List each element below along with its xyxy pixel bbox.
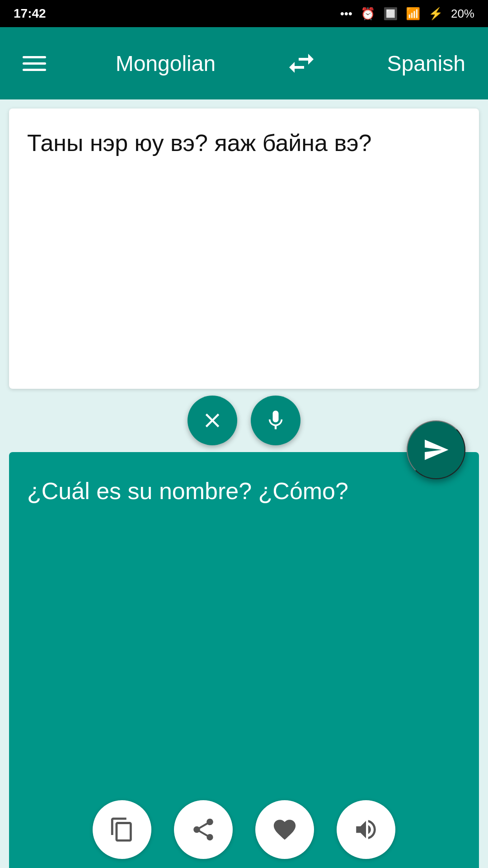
status-time: 17:42 xyxy=(14,6,46,21)
menu-button[interactable] xyxy=(23,56,46,71)
hamburger-line xyxy=(23,69,46,71)
microphone-button[interactable] xyxy=(251,396,300,445)
hamburger-line xyxy=(23,56,46,58)
favorite-button[interactable] xyxy=(255,800,314,859)
dots-icon: ••• xyxy=(340,7,352,21)
middle-actions-row xyxy=(9,389,479,452)
source-text-content[interactable]: Таны нэр юу вэ? яаж байна вэ? xyxy=(27,127,461,160)
translate-send-button[interactable] xyxy=(407,420,465,479)
alarm-icon: ⏰ xyxy=(361,7,375,21)
charge-icon: ⚡ xyxy=(428,7,443,21)
target-translation-panel: ¿Cuál es su nombre? ¿Cómo? xyxy=(9,452,479,868)
sim-icon: 🔲 xyxy=(383,7,398,21)
input-action-buttons xyxy=(188,396,300,445)
clear-button[interactable] xyxy=(188,396,237,445)
battery-level: 20% xyxy=(451,7,474,21)
share-button[interactable] xyxy=(174,800,233,859)
target-text-content: ¿Cuál es su nombre? ¿Cómo? xyxy=(27,475,461,508)
hamburger-line xyxy=(23,62,46,65)
swap-languages-button[interactable] xyxy=(285,47,318,80)
status-bar: 17:42 ••• ⏰ 🔲 📶 ⚡ 20% xyxy=(0,0,488,27)
target-language-label[interactable]: Spanish xyxy=(387,51,465,76)
app-header: Mongolian Spanish xyxy=(0,27,488,99)
source-language-label[interactable]: Mongolian xyxy=(116,51,216,76)
copy-button[interactable] xyxy=(93,800,151,859)
status-icons: ••• ⏰ 🔲 📶 ⚡ 20% xyxy=(340,7,474,21)
speaker-button[interactable] xyxy=(337,800,395,859)
source-text-panel: Таны нэр юу вэ? яаж байна вэ? xyxy=(9,108,479,389)
signal-icon: 📶 xyxy=(406,7,420,21)
translation-action-buttons xyxy=(9,800,479,859)
